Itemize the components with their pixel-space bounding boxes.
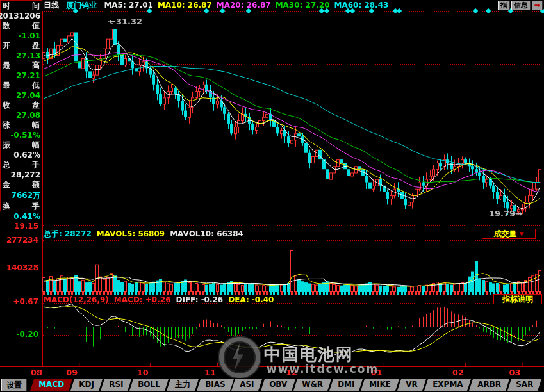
sidebar-field-value: 0.62% (1, 151, 42, 159)
sidebar-field-label: 最高 (1, 60, 42, 71)
sidebar-field-label: 数值 (1, 20, 42, 31)
ma-value: MA10: 26.87 (158, 1, 212, 10)
tab-bias[interactable]: BIAS (196, 379, 233, 391)
indicator-tabbar: 设置 MACDKDJRSIBOLL主力BIASASIOBVW&RDMIMIKEV… (0, 378, 544, 392)
tab-expma[interactable]: EXPMA (424, 379, 471, 391)
collapse-arrow-button[interactable]: ➡ (532, 1, 543, 10)
panel-header-item: MACD(12,26,9) (44, 295, 109, 304)
sidebar-field-label: 振幅 (1, 140, 42, 151)
ma-values: MA5: 27.01MA10: 26.87MA20: 26.87MA30: 27… (104, 1, 393, 10)
ma-value: MA20: 26.87 (217, 1, 271, 10)
panel-header-item: 总手: 28272 (44, 229, 92, 238)
sidebar-field-label: 时间 (1, 1, 42, 12)
header-buttons: 指 信息 ➡ (498, 1, 543, 10)
sidebar-field-value: -1.01 (1, 31, 42, 40)
indicator-help-label: 指标说明 (502, 295, 533, 304)
high-price-annotation: ←31.32 (109, 17, 142, 26)
period-label: 日线 (44, 1, 59, 10)
month-label: 01 (367, 368, 383, 377)
volume-axis-mid: 140328 (0, 263, 38, 272)
ma-value: MA30: 27.20 (276, 1, 330, 10)
tab-macd[interactable]: MACD (30, 379, 72, 391)
sidebar-field-value: 27.08 (1, 111, 42, 120)
month-label: 12 (282, 368, 297, 377)
tab-vr[interactable]: VR (397, 379, 426, 391)
volume-header: 总手: 28272MAVOL5: 56809MAVOL10: 66384 (44, 229, 249, 238)
tab-arbr[interactable]: ARBR (469, 379, 509, 391)
tab-rsi[interactable]: RSI (100, 379, 131, 391)
sidebar-field-label: 换手 (1, 201, 42, 212)
ma-value: MA5: 27.01 (104, 1, 153, 10)
trading-app-window: 日线 厦门钨业 MA5: 27.01MA10: 26.87MA20: 26.87… (0, 0, 544, 392)
tab-kdj[interactable]: KDJ (70, 379, 103, 391)
sidebar-field-value: 27.21 (1, 71, 42, 80)
dropdown-arrow-icon: ▼ (520, 229, 524, 238)
tab-sar[interactable]: SAR (507, 379, 542, 391)
quote-sidebar: 时间20131206数值-1.01开盘27.13最高27.21最低27.04收盘… (0, 0, 42, 211)
chart-header: 日线 厦门钨业 MA5: 27.01MA10: 26.87MA20: 26.87… (44, 1, 397, 10)
stock-name: 厦门钨业 (66, 1, 97, 10)
macd-header: MACD(12,26,9)MACD: +0.26DIFF: -0.26DEA: … (44, 295, 279, 304)
tab-dmi[interactable]: DMI (329, 379, 363, 391)
tab-asi[interactable]: ASI (231, 379, 263, 391)
month-label: 08 (27, 368, 42, 377)
panel-header-item: DIFF: -0.26 (176, 295, 223, 304)
sidebar-field-value: 7662万 (1, 190, 42, 201)
panel-header-item: MAVOL10: 66384 (170, 229, 243, 238)
sidebar-field-label: 涨幅 (1, 120, 42, 131)
macd-axis-high: +0.67 (0, 297, 38, 306)
indicator-button[interactable]: 指 (498, 1, 510, 10)
volume-type-dropdown[interactable]: 成交量 ▼ (482, 229, 536, 239)
macd-axis-low: -0.20 (0, 330, 38, 339)
sidebar-field-value: 27.13 (1, 51, 42, 60)
sidebar-field-value: 0.41% (1, 212, 42, 221)
sidebar-field-value: 27.04 (1, 91, 42, 100)
month-label: 10 (133, 368, 149, 377)
panel-header-item: MAVOL5: 56809 (97, 229, 165, 238)
info-button[interactable]: 信息 (511, 1, 531, 10)
volume-axis-high: 277234 (0, 236, 38, 245)
tab-obv[interactable]: OBV (260, 379, 295, 391)
ma-value: MA60: 28.43 (334, 1, 389, 10)
month-label: 11 (201, 368, 216, 377)
month-label: 09 (62, 368, 78, 377)
indicator-help-button[interactable]: 指标说明 (493, 294, 542, 304)
indicator-tabs: MACDKDJRSIBOLL主力BIASASIOBVW&RDMIMIKEVREX… (32, 379, 541, 391)
volume-type-label: 成交量 (494, 229, 517, 238)
panel-header-item: DEA: -0.40 (228, 295, 274, 304)
settings-button[interactable]: 设置 (1, 379, 27, 391)
sidebar-field-value: 20131206 (1, 12, 42, 20)
chart-canvas[interactable] (0, 0, 544, 392)
tab-主力[interactable]: 主力 (166, 379, 198, 391)
sidebar-field-value: -0.51% (1, 131, 42, 140)
sidebar-field-label: 金额 (1, 179, 42, 190)
low-price-annotation: 19.79→ (489, 209, 522, 218)
tab-mike[interactable]: MIKE (361, 379, 399, 391)
sidebar-field-label: 收盘 (1, 100, 42, 111)
sidebar-field-label: 最低 (1, 80, 42, 91)
month-label: 02 (449, 368, 464, 377)
month-label: 03 (506, 368, 521, 377)
sidebar-field-label: 开盘 (1, 40, 42, 51)
panel-header-item: MACD: +0.26 (114, 295, 171, 304)
sidebar-field-value: 28,272 (1, 170, 42, 179)
price-axis-low: 19.15 (0, 222, 38, 231)
tab-w&r[interactable]: W&R (293, 379, 331, 391)
tab-boll[interactable]: BOLL (129, 379, 169, 391)
sidebar-field-label: 总手 (1, 159, 42, 170)
